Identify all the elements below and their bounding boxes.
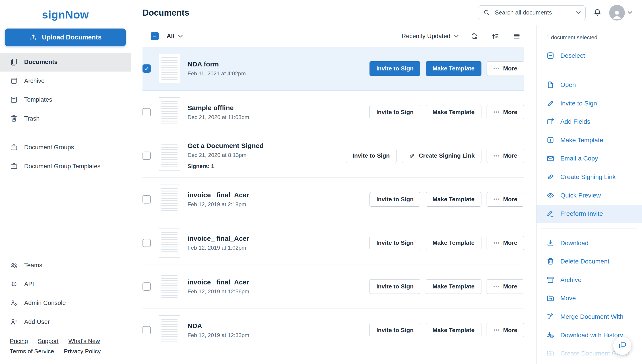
row-checkbox[interactable] <box>143 195 151 204</box>
upload-documents-button[interactable]: Upload Documents <box>5 28 126 46</box>
panel-action-archive[interactable]: Archive <box>536 270 642 289</box>
button-label: Make Template <box>432 283 474 290</box>
document-title[interactable]: invoice_ final_Acer <box>188 191 249 199</box>
panel-divider <box>541 228 637 228</box>
invite-to-sign-button[interactable]: Invite to Sign <box>346 149 396 163</box>
create-signing-link-button[interactable]: Create Signing Link <box>402 149 481 163</box>
document-thumbnail[interactable] <box>159 272 180 301</box>
more-button[interactable]: •••More <box>487 149 524 163</box>
document-title[interactable]: Sample offline <box>188 104 249 112</box>
sidebar-item-add-user[interactable]: Add User <box>0 312 131 331</box>
notifications-button[interactable] <box>591 6 603 19</box>
panel-action-delete-document[interactable]: Delete Document <box>536 252 642 270</box>
footer-links: Pricing Support What's New Terms of Serv… <box>0 331 131 359</box>
panel-action-invite-to-sign[interactable]: Invite to Sign <box>536 94 642 112</box>
panel-action-download[interactable]: Download <box>536 234 642 252</box>
more-button[interactable]: •••More <box>487 236 524 250</box>
sidebar-item-archive[interactable]: Archive <box>0 72 131 90</box>
more-button[interactable]: •••More <box>487 279 524 294</box>
pricing-link[interactable]: Pricing <box>10 338 28 344</box>
panel-action-quick-preview[interactable]: Quick Preview <box>536 186 642 204</box>
search-box[interactable] <box>478 5 585 20</box>
make-template-button[interactable]: Make Template <box>426 236 481 250</box>
document-title[interactable]: invoice_ final_Acer <box>188 278 249 286</box>
document-thumbnail[interactable] <box>159 184 180 214</box>
panel-action-email-a-copy[interactable]: Email a Copy <box>536 149 642 168</box>
support-link[interactable]: Support <box>38 338 59 344</box>
row-checkbox[interactable] <box>143 239 151 247</box>
signnow-logo[interactable]: signNow <box>0 0 131 26</box>
search-input[interactable] <box>494 9 572 17</box>
button-label: Make Template <box>432 240 474 246</box>
teams-icon <box>10 261 18 270</box>
selection-panel: 1 document selected Deselect Open Invite… <box>536 26 642 364</box>
document-thumbnail[interactable] <box>159 141 180 170</box>
invite-to-sign-button[interactable]: Invite to Sign <box>369 105 420 119</box>
sidebar-divider <box>5 133 126 133</box>
invite-to-sign-button[interactable]: Invite to Sign <box>369 192 420 206</box>
avatar[interactable] <box>609 5 625 20</box>
invite-to-sign-button[interactable]: Invite to Sign <box>369 236 420 250</box>
make-template-button[interactable]: Make Template <box>426 61 481 76</box>
document-title[interactable]: Get a Document Signed <box>188 142 264 150</box>
terms-of-service-link[interactable]: Terms of Service <box>10 348 54 355</box>
search-scope-caret-icon[interactable] <box>576 11 581 14</box>
make-template-button[interactable]: Make Template <box>426 279 481 294</box>
row-checkbox-checked[interactable] <box>143 64 151 73</box>
invite-to-sign-button[interactable]: Invite to Sign <box>369 323 420 337</box>
account-menu[interactable] <box>609 5 632 20</box>
row-checkbox[interactable] <box>143 282 151 291</box>
sidebar-item-documents[interactable]: Documents <box>0 52 131 71</box>
more-button[interactable]: •••More <box>487 323 524 337</box>
document-title[interactable]: NDA form <box>188 60 246 68</box>
panel-action-make-template[interactable]: Make Template <box>536 131 642 149</box>
filter-dropdown[interactable]: All <box>167 32 183 40</box>
make-template-button[interactable]: Make Template <box>426 192 481 206</box>
more-button[interactable]: •••More <box>487 61 524 76</box>
sidebar-item-admin-console[interactable]: Admin Console <box>0 294 131 312</box>
row-checkbox[interactable] <box>143 108 151 116</box>
more-button[interactable]: •••More <box>487 105 524 119</box>
select-all-checkbox[interactable] <box>151 32 159 40</box>
sidebar-item-document-groups[interactable]: Document Groups <box>0 138 131 157</box>
document-thumbnail[interactable] <box>159 228 180 258</box>
document-thumbnail[interactable] <box>159 316 180 345</box>
document-thumbnail[interactable] <box>159 98 180 127</box>
chat-button[interactable] <box>613 337 631 355</box>
panel-action-move[interactable]: Move <box>536 289 642 308</box>
deselect-button[interactable]: Deselect <box>536 46 642 65</box>
panel-action-merge-document-with[interactable]: Merge Document With <box>536 308 642 326</box>
make-template-button[interactable]: Make Template <box>426 323 481 337</box>
invite-to-sign-button[interactable]: Invite to Sign <box>369 279 420 294</box>
panel-action-open[interactable]: Open <box>536 76 642 94</box>
panel-action-add-fields[interactable]: Add Fields <box>536 112 642 131</box>
document-thumbnail[interactable] <box>159 54 180 83</box>
sidebar-item-api[interactable]: API <box>0 274 131 293</box>
table-row: Sample offline Dec 21, 2020 at 11:03pm I… <box>143 90 524 134</box>
panel-action-freeform-invite[interactable]: Freeform Invite <box>536 204 642 223</box>
privacy-policy-link[interactable]: Privacy Policy <box>64 348 101 355</box>
row-checkbox[interactable] <box>143 152 151 160</box>
sidebar-item-teams[interactable]: Teams <box>0 256 131 274</box>
refresh-button[interactable] <box>468 30 480 42</box>
sidebar-item-templates[interactable]: Templates <box>0 90 131 109</box>
row-checkbox[interactable] <box>143 326 151 334</box>
document-title[interactable]: NDA <box>188 322 249 330</box>
sidebar-item-document-group-templates[interactable]: Document Group Templates <box>0 157 131 176</box>
sidebar-item-trash[interactable]: Trash <box>0 109 131 128</box>
panel-action-label: Download with History <box>560 332 623 339</box>
content-area: Documents <box>131 0 642 364</box>
more-button[interactable]: •••More <box>487 192 524 206</box>
whats-new-link[interactable]: What's New <box>69 338 100 344</box>
sort-dropdown[interactable]: Recently Updated <box>402 32 459 40</box>
sort-order-button[interactable] <box>490 30 501 42</box>
invite-to-sign-button[interactable]: Invite to Sign <box>369 61 420 76</box>
document-title[interactable]: invoice_ final_Acer <box>188 235 249 242</box>
document-date: Feb 12, 2019 at 2:18pm <box>188 201 249 208</box>
panel-action-create-signing-link[interactable]: Create Signing Link <box>536 168 642 186</box>
create-document-group-icon <box>546 349 554 358</box>
view-density-button[interactable] <box>511 30 522 42</box>
make-template-button[interactable]: Make Template <box>426 105 481 119</box>
user-silhouette-icon <box>611 8 623 20</box>
upload-documents-label: Upload Documents <box>42 34 102 41</box>
